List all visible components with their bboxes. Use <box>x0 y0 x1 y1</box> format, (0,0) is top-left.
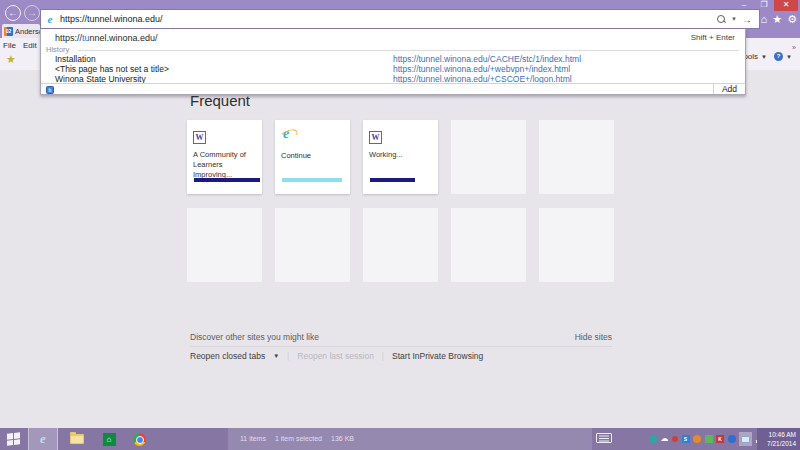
tile-title: Continue <box>281 151 344 161</box>
suggestion-match: tu <box>82 33 90 43</box>
search-provider-icon[interactable]: b <box>46 86 54 94</box>
typed-suggestion[interactable]: https://tunnel.winona.edu/ <box>55 33 158 43</box>
empty-tile <box>539 208 614 282</box>
add-search-provider-button[interactable]: Add <box>713 84 745 94</box>
empty-tile <box>275 208 350 282</box>
taskbar-clock[interactable]: 10:46 AM 7/21/2014 <box>757 428 800 450</box>
tile-color-bar <box>194 178 260 182</box>
empty-tile <box>451 120 526 194</box>
taskbar-explorer-button[interactable] <box>62 428 92 450</box>
favorites-bar-star-icon[interactable]: ★ <box>6 53 16 66</box>
reopen-caret-icon: ▼ <box>273 353 279 359</box>
divider: | <box>382 351 384 361</box>
red-status-icon[interactable] <box>672 436 678 442</box>
tile-title: A Community of Learners Improving... <box>193 150 256 180</box>
history-title: <This page has not set a title> <box>55 64 169 74</box>
divider <box>190 346 612 347</box>
ie-page-favicon: e <box>44 13 56 25</box>
chevron-overflow-icon[interactable]: » <box>792 44 796 51</box>
clock-date: 7/21/2014 <box>757 439 796 448</box>
history-title: Installation <box>55 54 96 64</box>
desktop-screen: ← → e https://tunnel.winona.edu/ ▼ → ⌂ ★… <box>0 0 800 450</box>
touch-keyboard-icon[interactable] <box>596 433 612 443</box>
help-icon[interactable]: ? <box>774 52 783 61</box>
winona-favicon: W <box>369 131 382 144</box>
history-url: https://tunnel.winona.edu/+webvpn+/index… <box>393 64 570 74</box>
empty-tile <box>451 208 526 282</box>
tab-label: Anderso <box>15 27 40 36</box>
reopen-closed-tabs-link[interactable]: Reopen closed tabs <box>190 351 265 361</box>
help-caret-icon: ▼ <box>786 54 792 60</box>
suggestion-rest: nnel.winona.edu/ <box>90 33 158 43</box>
status-size: 136 KB <box>331 435 354 442</box>
forward-icon: → <box>27 7 37 18</box>
home-icon[interactable]: ⌂ <box>761 12 768 26</box>
taskbar-chrome-button[interactable] <box>124 428 154 450</box>
menu-file[interactable]: File <box>3 41 16 50</box>
status-item-count: 11 items <box>240 435 266 442</box>
ie-logo-icon: e <box>281 126 296 141</box>
tab-favicon: 02 <box>4 27 13 36</box>
divider: | <box>287 351 289 361</box>
start-inprivate-link[interactable]: Start InPrivate Browsing <box>392 351 483 361</box>
frequent-tile[interactable]: e Continue <box>275 120 350 194</box>
address-url[interactable]: https://tunnel.winona.edu/ <box>60 14 714 24</box>
minimize-button[interactable]: – <box>734 0 754 11</box>
frequent-tile[interactable]: W Working... <box>363 120 438 194</box>
taskbar: e ⌂ 11 items 1 item selected 136 KB ☁ S … <box>0 428 800 450</box>
hide-sites-link[interactable]: Hide sites <box>575 332 612 342</box>
go-arrow-icon[interactable]: → <box>742 14 752 25</box>
bluetooth-icon[interactable] <box>728 435 736 443</box>
start-button[interactable] <box>7 432 20 445</box>
forward-button[interactable]: → <box>24 5 40 21</box>
winona-favicon: W <box>193 131 206 144</box>
tray-highlighted-item[interactable] <box>739 432 752 446</box>
close-button[interactable]: ✕ <box>774 0 798 11</box>
green-app-icon[interactable] <box>705 435 713 443</box>
tile-color-bar <box>282 178 342 182</box>
menu-edit[interactable]: Edit <box>23 41 37 50</box>
clock-time: 10:46 AM <box>757 430 796 439</box>
onedrive-cloud-icon[interactable]: ☁ <box>661 435 669 443</box>
dropdown-footer: b Add <box>41 83 745 94</box>
browser-tab[interactable]: 02 Anderso <box>2 24 40 38</box>
chrome-icon <box>133 433 146 446</box>
frequent-tile[interactable]: W A Community of Learners Improving... <box>187 120 262 194</box>
taskbar-store-button[interactable]: ⌂ <box>94 428 124 450</box>
ie-icon: e <box>40 431 46 447</box>
discover-sites-link[interactable]: Discover other sites you might like <box>190 332 319 342</box>
empty-tile <box>187 208 262 282</box>
shift-enter-hint: Shift + Enter <box>691 33 735 42</box>
back-icon: ← <box>8 7 18 18</box>
tools-caret-icon: ▼ <box>761 54 767 60</box>
tile-title: Working... <box>369 150 432 160</box>
maximize-button[interactable]: ❐ <box>754 0 774 11</box>
network-globe-icon[interactable] <box>649 435 657 443</box>
history-item[interactable]: Installation https://tunnel.winona.edu/C… <box>41 54 745 64</box>
favorites-star-icon[interactable]: ★ <box>772 12 782 26</box>
frequent-tiles-grid: W A Community of Learners Improving... e… <box>187 120 614 282</box>
history-group-label: History <box>46 45 69 54</box>
taskbar-ie-button[interactable]: e <box>28 428 58 450</box>
search-icon[interactable] <box>717 15 725 23</box>
history-item[interactable]: <This page has not set a title> https://… <box>41 64 745 74</box>
tile-color-bar <box>370 178 415 182</box>
explorer-status-text: 11 items 1 item selected 136 KB <box>240 435 354 442</box>
empty-tile <box>539 120 614 194</box>
red-app-icon[interactable]: K <box>716 435 724 443</box>
address-autocomplete-dropdown: https://tunnel.winona.edu/ Shift + Enter… <box>40 29 746 95</box>
reopen-last-session-link: Reopen last session <box>297 351 374 361</box>
settings-gear-icon[interactable]: ⚙ <box>787 12 797 26</box>
empty-tile <box>363 208 438 282</box>
address-bar[interactable]: e https://tunnel.winona.edu/ ▼ → <box>40 9 760 29</box>
file-explorer-icon <box>70 434 84 444</box>
search-caret-icon[interactable]: ▼ <box>731 16 737 22</box>
tray-folder-icon <box>741 436 750 443</box>
history-url: https://tunnel.winona.edu/CACHE/stc/1/in… <box>393 54 581 64</box>
suggestion-prefix: https:// <box>55 33 82 43</box>
skype-icon[interactable]: S <box>682 435 690 443</box>
windows-store-icon: ⌂ <box>103 433 116 446</box>
orange-app-icon[interactable] <box>693 435 701 443</box>
back-button[interactable]: ← <box>5 5 21 21</box>
divider <box>78 50 739 51</box>
